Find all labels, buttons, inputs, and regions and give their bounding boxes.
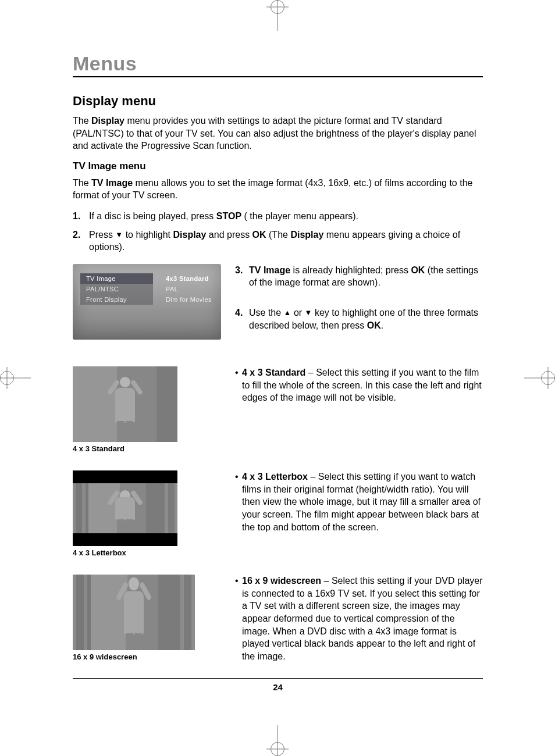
chapter-title: Menus <box>73 52 483 75</box>
menu-item-tv-image: TV Image <box>80 273 153 284</box>
down-arrow-icon: ▼ <box>305 308 312 318</box>
tv-image-intro: The TV Image menu allows you to set the … <box>73 177 483 202</box>
menu-value-front-display: Dim for Movies <box>166 294 212 305</box>
thumbnail-4x3-standard <box>73 366 177 442</box>
crop-mark-bottom <box>271 742 284 756</box>
page-number: 24 <box>73 682 483 692</box>
menu-item-front-display: Front Display <box>80 294 153 305</box>
caption-4x3-letterbox: 4 x 3 Letterbox <box>73 548 221 557</box>
footer-rule <box>73 678 483 679</box>
step-2: 2. Press ▼ to highlight Display and pres… <box>73 229 483 254</box>
crop-mark-top <box>271 0 284 14</box>
format-description-widescreen: • 16 x 9 widescreen – Select this settin… <box>235 575 483 662</box>
subsection-title: TV Image menu <box>73 161 483 172</box>
up-arrow-icon: ▲ <box>284 308 291 318</box>
divider <box>73 76 483 77</box>
down-arrow-icon: ▼ <box>115 230 123 240</box>
thumbnail-4x3-letterbox <box>73 470 177 546</box>
caption-4x3-standard: 4 x 3 Standard <box>73 444 221 453</box>
menu-item-pal-ntsc: PAL/NTSC <box>80 284 153 294</box>
format-description-letterbox: • 4 x 3 Letterbox – Select this setting … <box>235 470 483 533</box>
step-1: 1. If a disc is being played, press STOP… <box>73 210 483 223</box>
menu-screenshot: TV Image PAL/NTSC Front Display 4x3 Stan… <box>73 264 221 340</box>
steps-list-continued: 3. TV Image is already highlighted; pres… <box>235 264 483 331</box>
caption-16x9-widescreen: 16 x 9 widescreen <box>73 652 221 661</box>
intro-paragraph: The Display menu provides you with setti… <box>73 115 483 152</box>
menu-value-tv-image: 4x3 Standard <box>166 273 212 284</box>
format-description-standard: • 4 x 3 Standard – Select this setting i… <box>235 366 483 404</box>
menu-value-pal-ntsc: PAL <box>166 284 212 294</box>
steps-list: 1. If a disc is being played, press STOP… <box>73 210 483 254</box>
step-4: 4. Use the ▲ or ▼ key to highlight one o… <box>235 306 483 331</box>
section-title: Display menu <box>73 94 483 109</box>
step-3: 3. TV Image is already highlighted; pres… <box>235 264 483 289</box>
crop-mark-right <box>541 371 555 385</box>
thumbnail-16x9-widescreen <box>73 575 195 650</box>
crop-mark-left <box>0 371 14 385</box>
